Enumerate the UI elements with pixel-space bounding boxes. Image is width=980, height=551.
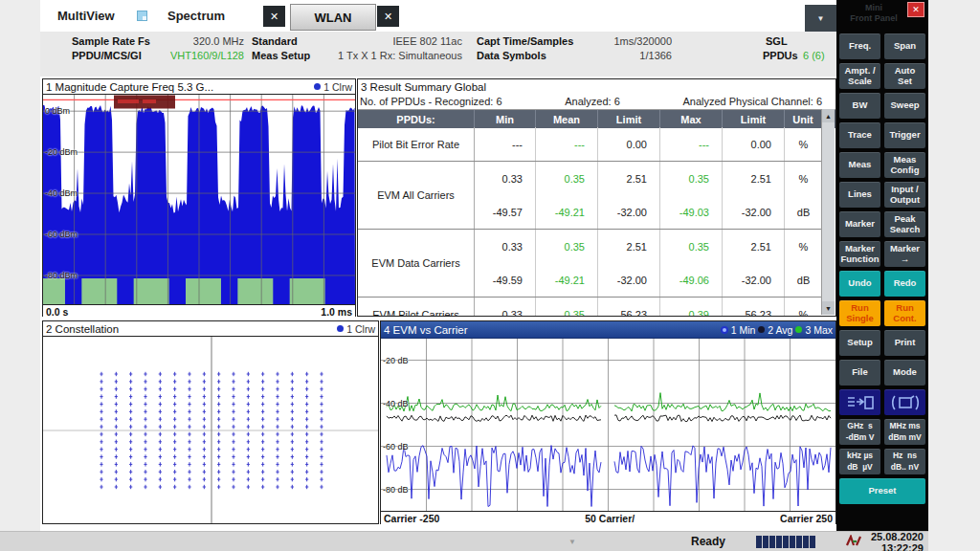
scroll-up-button[interactable]: ▲ — [822, 109, 835, 122]
table-cell: % — [785, 298, 822, 316]
sidebar-key-meas[interactable]: Meas — [839, 152, 880, 178]
row-name: EVM All Carriers — [358, 162, 475, 229]
panel-title: Mini Front Panel — [836, 3, 911, 24]
y-axis-label: -20 dB — [383, 356, 409, 365]
tab-spectrum[interactable]: Spectrum — [167, 9, 225, 23]
key-row: Ampt. / ScaleAuto Set — [839, 63, 925, 89]
front-panel-keys: Freq.SpanAmpt. / ScaleAuto SetBWSweepTra… — [839, 33, 925, 504]
close-wlan-tab-button[interactable]: ✕ — [377, 6, 399, 27]
window1-title: 1 Magnitude Capture Freq 5.3 G... — [46, 81, 213, 93]
table-cell: -32.00 — [723, 195, 785, 229]
table-cell: -49.06 — [660, 263, 723, 297]
sidebar-key-input-output[interactable]: Input / Output — [884, 182, 925, 208]
sidebar-key-lines[interactable]: Lines — [839, 182, 880, 208]
table-cell: 0.33 — [475, 298, 536, 316]
key-row — [839, 389, 925, 415]
sidebar-key-ampt-scale[interactable]: Ampt. / Scale — [839, 63, 880, 89]
capt-time-value: 1ms/320000 — [576, 35, 672, 47]
table-cell: 2.51 — [598, 230, 660, 263]
sidebar-key-freq[interactable]: Freq. — [839, 33, 880, 59]
chevron-down-icon: ▼ — [817, 14, 825, 23]
max-trace-dot-icon — [795, 326, 802, 333]
sidebar-key-sweep[interactable]: Sweep — [884, 93, 925, 119]
table-cell: 0.39 — [660, 298, 723, 316]
table-cell: dB — [785, 195, 822, 229]
sidebar-key-print[interactable]: Print — [884, 330, 925, 356]
key-row: Marker FunctionMarker → — [839, 241, 925, 267]
evm-x-axis: Carrier -250 50 Carrier/ Carrier 250 — [381, 511, 835, 524]
column-header-max: Max — [660, 110, 723, 128]
close-spectrum-tab-button[interactable]: ✕ — [263, 6, 285, 27]
table-scrollbar[interactable]: ▲ ▼ — [821, 109, 835, 315]
min-trace-label: 1 Min — [731, 324, 756, 336]
trace1-dot-icon — [314, 83, 321, 90]
sidebar-key-meas-config[interactable]: Meas Config — [884, 152, 925, 178]
sidebar-key-khz-s-db-v[interactable]: kHz µs dB µV — [839, 449, 880, 474]
analyzer-application: MultiView Spectrum ✕ WLAN ✕ ▼ Sample Rat… — [40, 0, 836, 531]
progress-block — [803, 536, 809, 548]
table-cell: 0.35 — [536, 162, 598, 195]
sidebar-key-bw[interactable]: BW — [839, 93, 880, 119]
table-cell: -49.03 — [660, 195, 723, 229]
close-panel-button[interactable]: ✕ — [907, 2, 924, 17]
sidebar-key-hz-ns-db-nv[interactable]: Hz ns dB.. nV — [884, 449, 925, 474]
tab-list-dropdown-button[interactable]: ▼ — [805, 5, 836, 32]
sidebar-key-run-cont[interactable]: Run Cont. — [884, 300, 925, 326]
ppdus-value: 6 (6) — [803, 50, 825, 61]
progress-block — [796, 536, 802, 548]
window1-titlebar: 1 Magnitude Capture Freq 5.3 G... 1 Clrw — [43, 79, 355, 95]
y-axis-label: -80 dB — [383, 485, 409, 495]
tab-wlan[interactable]: WLAN — [290, 4, 376, 31]
sidebar-key-trigger[interactable]: Trigger — [884, 122, 925, 148]
window-evm-vs-carrier[interactable]: 4 EVM vs Carrier 1 Min 2 Avg 3 Max -20 d… — [380, 320, 836, 524]
sidebar-key-window-rotate-icon[interactable] — [884, 389, 925, 415]
constellation-plot — [43, 337, 378, 523]
progress-block — [783, 536, 789, 548]
sidebar-key-mode[interactable]: Mode — [884, 360, 925, 386]
key-row: Preset — [839, 478, 925, 504]
sidebar-key-setup[interactable]: Setup — [839, 330, 880, 356]
sidebar-key-trace[interactable]: Trace — [839, 122, 880, 148]
ppdu-count-info: No. of PPDUs - Recognized: 6 Analyzed: 6… — [358, 94, 835, 110]
table-cell: 56.23 — [723, 298, 785, 316]
tab-multiview[interactable]: MultiView — [57, 9, 115, 23]
avg-trace-dot-icon — [758, 326, 765, 333]
sidebar-key-marker[interactable]: Marker → — [884, 241, 925, 267]
multiview-grid-icon — [137, 11, 147, 21]
table-cell: 0.35 — [536, 230, 598, 263]
avg-trace-label: 2 Avg — [768, 324, 792, 336]
sidebar-key-preset[interactable]: Preset — [839, 478, 925, 504]
table-cell: % — [785, 127, 822, 161]
sidebar-key-ghz-s-dbm-v[interactable]: GHz s -dBm V — [839, 419, 880, 445]
window-magnitude-capture[interactable]: 1 Magnitude Capture Freq 5.3 G... 1 Clrw… — [42, 78, 356, 317]
chevron-down-icon[interactable]: ▼ — [568, 538, 576, 546]
x-axis-start-label: 0.0 s — [46, 306, 68, 318]
scroll-down-button[interactable]: ▼ — [822, 301, 835, 315]
sidebar-key-display-export-icon[interactable] — [839, 389, 880, 415]
window3-title: 3 Result Summary Global — [361, 81, 486, 93]
close-icon: ✕ — [384, 11, 392, 23]
table-cell: -32.00 — [598, 195, 660, 229]
sidebar-key-redo[interactable]: Redo — [884, 271, 925, 297]
sidebar-key-marker-function[interactable]: Marker Function — [839, 241, 880, 267]
sidebar-key-marker[interactable]: Marker — [839, 211, 880, 237]
result-table-header: PPDUs:MinMeanLimitMaxLimitUnit — [358, 110, 835, 128]
sidebar-key-file[interactable]: File — [839, 360, 880, 386]
sidebar-key-span[interactable]: Span — [884, 33, 925, 59]
date-label: 25.08.2020 — [866, 531, 924, 542]
sidebar-key-run-single[interactable]: Run Single — [839, 300, 880, 326]
ppdus-label: PPDUs — [763, 50, 798, 61]
close-icon: ✕ — [912, 5, 920, 14]
window-rotate-icon — [891, 394, 920, 411]
window-constellation[interactable]: 2 Constellation 1 Clrw — [42, 320, 379, 524]
y-axis-label: -60 dBm — [45, 230, 78, 239]
sidebar-key-peak-search[interactable]: Peak Search — [884, 211, 925, 237]
result-table-body: Pilot Bit Error Rate------0.00---0.00%EV… — [358, 127, 822, 316]
sidebar-key-mhz-ms-dbm-mv[interactable]: MHz ms dBm mV — [884, 419, 925, 445]
sidebar-key-auto-set[interactable]: Auto Set — [884, 63, 925, 89]
evm-plot: -20 dB-40 dB-60 dB-80 dB — [381, 339, 835, 511]
analyzed-channel-count: Analyzed Physical Channel: 6 — [682, 96, 822, 107]
window-result-summary[interactable]: 3 Result Summary Global No. of PPDUs - R… — [357, 78, 836, 317]
progress-block — [810, 536, 815, 548]
sidebar-key-undo[interactable]: Undo — [839, 271, 880, 297]
